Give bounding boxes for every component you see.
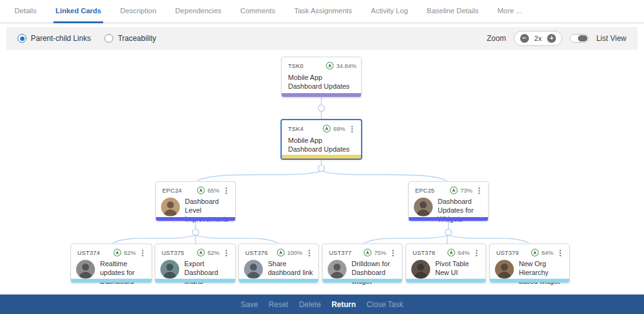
- card-id: UST376: [245, 249, 268, 256]
- card-status-bar: [282, 155, 361, 159]
- card-body: Share dashboard link: [239, 257, 318, 279]
- zoom-out-icon[interactable]: −: [520, 34, 529, 43]
- card-menu-icon[interactable]: ⋮: [305, 250, 314, 256]
- card-menu-icon[interactable]: ⋮: [348, 126, 357, 132]
- avatar: [495, 260, 514, 279]
- card-ust377[interactable]: UST377 75% ⋮ Drilldown for Dashboard wid…: [322, 244, 402, 283]
- card-epc25[interactable]: EPC25 73% ⋮ Dashboard Updates for Widget…: [408, 181, 489, 221]
- card-header: EPC24 65% ⋮: [156, 182, 235, 194]
- radio-traceability-label: Traceability: [118, 34, 156, 43]
- toggle-knob-icon: [578, 35, 587, 42]
- card-id: UST378: [413, 249, 435, 256]
- card-title: Mobile App Dashboard Updates: [282, 133, 361, 154]
- card-status-bar: [490, 279, 569, 283]
- tab-details[interactable]: Details: [13, 0, 38, 23]
- tab-more[interactable]: More ...: [496, 0, 524, 23]
- tab-comments[interactable]: Comments: [238, 0, 277, 23]
- tab-bar: Details Linked Cards Description Depende…: [0, 0, 644, 23]
- progress-gauge-icon: [450, 186, 458, 194]
- card-menu-icon[interactable]: ⋮: [222, 188, 231, 194]
- toolbar-right: Zoom − 2x + List View: [487, 31, 626, 46]
- card-menu-icon[interactable]: ⋮: [472, 250, 481, 256]
- tab-description[interactable]: Description: [118, 0, 158, 23]
- card-title: Share dashboard link: [268, 260, 313, 278]
- card-menu-icon[interactable]: ⋮: [138, 250, 147, 256]
- avatar: [161, 198, 180, 216]
- tab-baseline-details[interactable]: Baseline Details: [425, 0, 480, 23]
- card-id: UST379: [496, 249, 519, 256]
- radio-parent-child-links[interactable]: Parent-child Links: [18, 34, 91, 43]
- progress-gauge-icon: [113, 249, 121, 257]
- radio-unselected-icon[interactable]: [104, 34, 113, 43]
- card-epc24[interactable]: EPC24 65% ⋮ Dashboard Level Improvements: [155, 181, 236, 221]
- avatar: [328, 260, 347, 279]
- avatar: [76, 260, 95, 279]
- delete-button[interactable]: Delete: [299, 300, 321, 309]
- card-header: TSK0 34.84%: [282, 57, 361, 70]
- radio-traceability[interactable]: Traceability: [104, 34, 156, 43]
- linked-cards-canvas: TSK0 34.84% Mobile App Dashboard Updates…: [0, 50, 644, 294]
- progress-percent: 34.84%: [336, 62, 357, 69]
- card-status-bar: [156, 217, 235, 221]
- progress-percent: 75%: [374, 249, 386, 256]
- zoom-value: 2x: [535, 35, 542, 42]
- list-view-toggle[interactable]: [570, 34, 589, 43]
- progress-percent: 69%: [333, 125, 345, 132]
- card-id: UST375: [162, 249, 184, 256]
- card-ust378[interactable]: UST378 64% ⋮ Pivot Table New UI: [406, 244, 486, 283]
- action-bar: Save Reset Delete Return Close Task: [0, 294, 644, 314]
- card-menu-icon[interactable]: ⋮: [556, 250, 565, 256]
- card-ust376[interactable]: UST376 100% ⋮ Share dashboard link: [238, 244, 319, 283]
- card-header: UST377 75% ⋮: [323, 244, 402, 257]
- card-status-bar: [155, 279, 235, 283]
- card-id: EPC25: [415, 187, 435, 194]
- card-status-bar: [323, 279, 402, 283]
- card-header: UST375 52% ⋮: [155, 244, 235, 257]
- progress-percent: 84%: [541, 249, 553, 256]
- zoom-in-icon[interactable]: +: [547, 34, 556, 43]
- card-title: Pivot Table New UI: [435, 260, 480, 278]
- progress-gauge-icon: [277, 249, 285, 257]
- card-id: UST374: [77, 249, 100, 256]
- card-status-bar: [71, 279, 152, 283]
- card-tsk0[interactable]: TSK0 34.84% Mobile App Dashboard Updates: [281, 57, 362, 98]
- tab-task-assignments[interactable]: Task Assignments: [292, 0, 354, 23]
- progress-gauge-icon: [197, 249, 205, 257]
- card-body: Pivot Table New UI: [406, 257, 486, 279]
- card-header: UST378 64% ⋮: [406, 244, 486, 257]
- radio-selected-icon[interactable]: [18, 34, 26, 43]
- avatar: [160, 260, 179, 279]
- progress-gauge-icon: [323, 125, 331, 133]
- progress-gauge-icon: [197, 186, 205, 194]
- avatar: [411, 260, 430, 279]
- progress-percent: 64%: [458, 249, 470, 256]
- card-menu-icon[interactable]: ⋮: [475, 188, 484, 194]
- save-button[interactable]: Save: [241, 300, 258, 309]
- card-ust374[interactable]: UST374 62% ⋮ Realtime updates for Dashbo…: [70, 244, 152, 283]
- reset-button[interactable]: Reset: [269, 300, 288, 309]
- card-header: UST379 84% ⋮: [490, 244, 569, 257]
- card-menu-icon[interactable]: ⋮: [222, 250, 231, 256]
- card-status-bar: [409, 217, 488, 221]
- tab-activity-log[interactable]: Activity Log: [369, 0, 410, 23]
- close-task-button[interactable]: Close Task: [367, 300, 403, 309]
- view-options-toolbar: Parent-child Links Traceability Zoom − 2…: [6, 27, 638, 50]
- tab-dependencies[interactable]: Dependencies: [174, 0, 224, 23]
- card-ust379[interactable]: UST379 84% ⋮ New Org Hierarchy based wid…: [489, 244, 570, 283]
- progress-percent: 100%: [287, 249, 303, 256]
- card-header: UST376 100% ⋮: [239, 244, 318, 257]
- progress-percent: 73%: [460, 187, 472, 194]
- card-tsk4[interactable]: TSK4 69% ⋮ Mobile App Dashboard Updates: [280, 119, 362, 160]
- avatar: [244, 260, 263, 279]
- card-id: UST377: [329, 249, 352, 256]
- card-id: TSK4: [288, 125, 304, 132]
- tab-linked-cards[interactable]: Linked Cards: [53, 0, 103, 23]
- progress-gauge-icon: [364, 249, 372, 257]
- progress-gauge-icon: [531, 249, 539, 257]
- card-status-bar: [282, 93, 361, 97]
- return-button[interactable]: Return: [331, 300, 356, 309]
- progress-percent: 52%: [208, 249, 219, 256]
- card-ust375[interactable]: UST375 52% ⋮ Export Dashboard charts: [155, 244, 236, 283]
- zoom-control: − 2x +: [514, 31, 563, 46]
- card-menu-icon[interactable]: ⋮: [389, 250, 397, 256]
